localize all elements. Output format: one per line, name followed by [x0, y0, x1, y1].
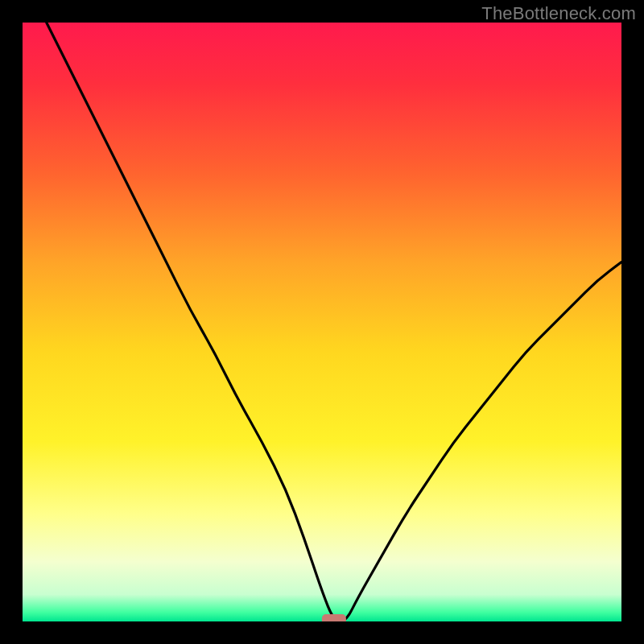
gradient-background: [23, 23, 621, 621]
optimum-marker: [322, 614, 346, 621]
source-attribution: TheBottleneck.com: [481, 3, 636, 24]
plot-area: [23, 23, 621, 621]
chart-frame: TheBottleneck.com: [0, 0, 644, 644]
bottleneck-chart: [23, 23, 621, 621]
